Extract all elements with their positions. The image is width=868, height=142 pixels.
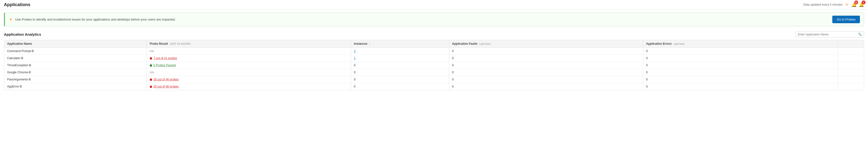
instances-link[interactable]: 2	[354, 49, 356, 53]
cell-instances: 0	[351, 69, 449, 76]
search-box[interactable]: 🔍	[796, 31, 864, 37]
cell-app-errors: 0	[643, 48, 838, 55]
probe-fail-link[interactable]: 28 out of 46 probes	[153, 78, 179, 81]
cell-app-name: Google Chrome-B	[4, 69, 147, 76]
analytics-title: Application Analytics	[4, 32, 41, 36]
cell-probe-result: n/a	[147, 48, 351, 55]
table-row: Calculator-B7 out of 41 probes100	[4, 55, 864, 62]
cell-probe-result[interactable]: 5 Probes Passed	[147, 62, 351, 69]
promo-banner-left: ☀ Use Probes to identify and troubleshoo…	[9, 17, 176, 22]
table-header-row: Application Name Probe Result LAST 24 HO…	[4, 40, 864, 48]
cell-instances[interactable]: 1	[351, 55, 449, 62]
cell-app-faults: 0	[449, 76, 643, 83]
sort-icon-instances: ↓	[369, 42, 370, 45]
cell-app-errors: 0	[643, 76, 838, 83]
probe-pass-link[interactable]: 5 Probes Passed	[153, 64, 176, 67]
cell-app-name: Calculator-B	[4, 55, 147, 62]
cell-extra	[838, 55, 864, 62]
cell-app-errors: 0	[643, 83, 838, 90]
table-row: Command Prompt-Bn/a200	[4, 48, 864, 55]
cell-app-faults: 0	[449, 62, 643, 69]
search-input[interactable]	[798, 33, 858, 36]
promo-text: Use Probes to identify and troubleshoot …	[15, 17, 176, 21]
notification-badge-1[interactable]: 🔔 11	[851, 2, 857, 7]
page-title: Applications	[4, 2, 30, 7]
refresh-icon[interactable]: ↻	[845, 3, 848, 7]
col-header-extra	[838, 40, 864, 48]
fail-dot	[150, 57, 152, 60]
cell-probe-result[interactable]: 25 out of 46 probes	[147, 83, 351, 90]
cell-probe-result: n/a	[147, 69, 351, 76]
analytics-section: Application Analytics 🔍 Application Name…	[0, 29, 868, 94]
cell-extra	[838, 69, 864, 76]
analytics-header: Application Analytics 🔍	[4, 29, 864, 37]
probe-na: n/a	[150, 71, 154, 74]
top-bar: Applications Data updated every 5 minute…	[0, 0, 868, 9]
instances-link[interactable]: 1	[354, 57, 356, 60]
cell-app-name: PassArguments-B	[4, 76, 147, 83]
notif-count-1: 11	[854, 0, 858, 4]
cell-app-errors: 0	[643, 69, 838, 76]
cell-probe-result[interactable]: 7 out of 41 probes	[147, 55, 351, 62]
cell-app-faults: 0	[449, 83, 643, 90]
probe-fail-link[interactable]: 25 out of 46 probes	[153, 85, 179, 88]
cell-instances: 0	[351, 62, 449, 69]
promo-icon: ☀	[9, 17, 13, 22]
notification-badge-2[interactable]: 🔔 1	[859, 2, 864, 7]
cell-app-name: ThrowException-B	[4, 62, 147, 69]
notif-count-2: 1	[862, 0, 866, 4]
cell-app-errors: 0	[643, 62, 838, 69]
cell-app-name: Command Prompt-B	[4, 48, 147, 55]
cell-app-faults: 0	[449, 69, 643, 76]
data-updated-text: Data updated every 5 minutes	[803, 3, 842, 6]
col-header-app-errors: Application Errors Last hour	[643, 40, 838, 48]
col-header-app-faults: Application Faults Last hour	[449, 40, 643, 48]
col-header-probe-result: Probe Result LAST 24 HOURS	[147, 40, 351, 48]
probe-fail-link[interactable]: 7 out of 41 probes	[153, 57, 177, 60]
applications-table-wrap: Application Name Probe Result LAST 24 HO…	[4, 40, 864, 90]
fail-dot	[150, 85, 152, 88]
notification-area: 🔔 11 🔔 1	[851, 2, 864, 7]
cell-instances: 0	[351, 76, 449, 83]
cell-app-errors: 0	[643, 55, 838, 62]
cell-instances[interactable]: 2	[351, 48, 449, 55]
fail-dot	[150, 78, 152, 81]
top-bar-right: Data updated every 5 minutes ↻ 🔔 11 🔔 1	[803, 2, 864, 7]
cell-extra	[838, 76, 864, 83]
cell-extra	[838, 48, 864, 55]
applications-table: Application Name Probe Result LAST 24 HO…	[4, 40, 864, 90]
cell-app-faults: 0	[449, 55, 643, 62]
cell-app-name: AppError-B	[4, 83, 147, 90]
go-to-probes-button[interactable]: Go to Probes	[832, 15, 860, 23]
cell-probe-result[interactable]: 28 out of 46 probes	[147, 76, 351, 83]
probe-na: n/a	[150, 49, 154, 53]
promo-banner: ☀ Use Probes to identify and troubleshoo…	[4, 12, 864, 26]
pass-dot	[150, 64, 152, 67]
cell-app-faults: 0	[449, 48, 643, 55]
table-row: Google Chrome-Bn/a000	[4, 69, 864, 76]
table-row: ThrowException-B5 Probes Passed000	[4, 62, 864, 69]
cell-extra	[838, 62, 864, 69]
search-icon: 🔍	[858, 33, 862, 36]
col-header-instances[interactable]: Instances ↓	[351, 40, 449, 48]
cell-instances: 0	[351, 83, 449, 90]
table-row: AppError-B25 out of 46 probes000	[4, 83, 864, 90]
cell-extra	[838, 83, 864, 90]
col-header-app-name: Application Name	[4, 40, 147, 48]
table-row: PassArguments-B28 out of 46 probes000	[4, 76, 864, 83]
